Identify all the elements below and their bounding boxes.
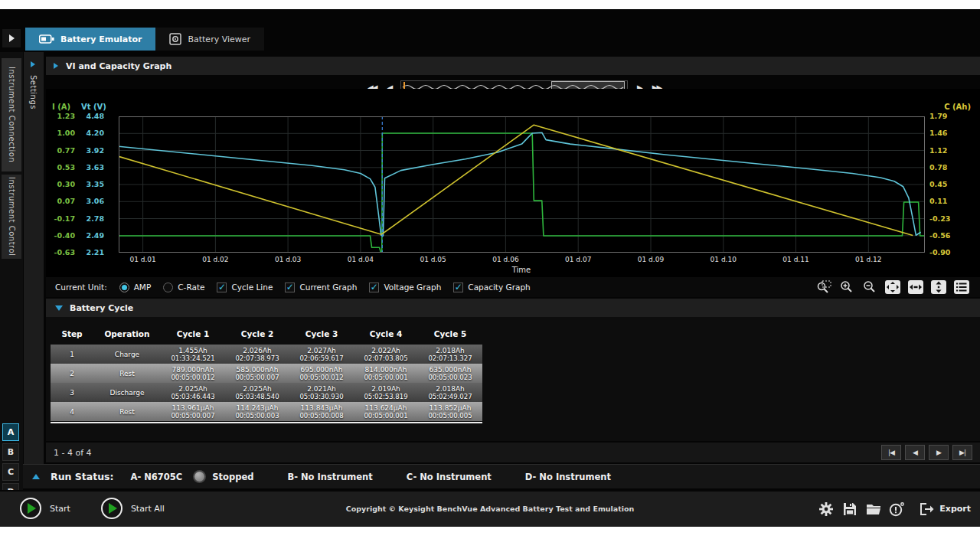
cycle-amount: 113.852µAh — [418, 404, 482, 412]
cell-cycle-value: 2.021Ah05:03:30.930 — [289, 385, 354, 400]
checkbox-label: Current Graph — [299, 283, 357, 292]
expand-arrow-icon — [9, 34, 15, 42]
chart-toolbar — [815, 279, 971, 295]
open-folder-icon[interactable] — [865, 501, 881, 517]
checkmark-icon: ✓ — [453, 283, 463, 292]
table-row[interactable]: 4Rest113.961µAh00:05:00.007114.243µAh00:… — [51, 402, 482, 421]
checkbox-voltage-graph[interactable]: ✓Voltage Graph — [369, 283, 441, 292]
table-underline — [51, 422, 482, 423]
checkbox-capacity-graph[interactable]: ✓Capacity Graph — [453, 283, 530, 292]
pagination-buttons: |◀ ◀ ▶ ▶| — [881, 445, 972, 460]
channel-button-b[interactable]: B — [2, 443, 19, 461]
channel-button-a[interactable]: A — [2, 423, 19, 441]
cycle-amount: 695.000nAh — [289, 366, 354, 374]
cell-step: 2 — [51, 370, 93, 377]
legend-list-icon[interactable] — [952, 279, 971, 295]
cycle-amount: 2.018Ah — [418, 385, 482, 393]
battery-cycle-title: Battery Cycle — [70, 303, 133, 313]
x-tick-label: 01 d.04 — [348, 256, 374, 263]
cell-cycle-value: 585.000nAh00:05:00.007 — [225, 366, 289, 381]
cycle-duration: 00:05:00.001 — [354, 374, 418, 381]
table-row[interactable]: 1Charge1.455Ah01:33:24.5212.026Ah02:07:3… — [51, 345, 482, 364]
cycle-amount: 2.027Ah — [289, 347, 354, 354]
fit-all-icon[interactable] — [884, 279, 902, 295]
y-tick-label: 3.35 — [77, 180, 104, 188]
fit-horizontal-icon[interactable] — [906, 279, 925, 295]
cell-operation: Rest — [93, 370, 161, 377]
settings-gear-icon[interactable] — [818, 501, 834, 517]
cycle-duration: 00:05:00.003 — [225, 412, 289, 420]
copyright-text: Copyright © Keysight BenchVue Advanced B… — [346, 505, 635, 513]
graph-section-header[interactable]: VI and Capacity Graph — [46, 57, 980, 75]
zoom-out-icon[interactable] — [861, 279, 879, 295]
cell-cycle-value: 814.000nAh00:05:00.001 — [354, 366, 418, 381]
chart-plot-area[interactable] — [119, 116, 925, 253]
checkbox-current-graph[interactable]: ✓Current Graph — [285, 283, 357, 292]
info-icon[interactable] — [889, 501, 905, 517]
checkbox-cycle-line[interactable]: ✓Cycle Line — [217, 283, 273, 292]
cycle-duration: 00:05:00.005 — [418, 412, 482, 420]
app-window: Battery Emulator Battery Viewer Instrume… — [0, 9, 980, 527]
save-icon[interactable] — [841, 501, 858, 517]
table-row[interactable]: 2Rest789.000nAh00:05:00.012585.000nAh00:… — [51, 364, 482, 383]
settings-panel-tab[interactable]: Settings — [24, 52, 44, 472]
cycle-duration: 00:05:00.008 — [289, 412, 354, 420]
pagination-text: 1 - 4 of 4 — [54, 448, 92, 458]
cell-cycle-value: 2.022Ah02:07:03.805 — [354, 347, 418, 362]
footer-icons: Export — [818, 501, 971, 517]
checkbox-label: Voltage Graph — [384, 283, 441, 292]
radio-c-rate[interactable]: C-Rate — [163, 283, 204, 292]
export-button[interactable]: Export — [919, 501, 971, 517]
table-row[interactable]: 3Discharge2.025Ah05:03:46.4432.025Ah05:0… — [51, 383, 482, 402]
graph-layer-checkboxes: ✓Cycle Line✓Current Graph✓Voltage Graph✓… — [217, 283, 530, 292]
y-tick-label: 3.06 — [77, 197, 104, 205]
zoom-in-icon[interactable] — [838, 279, 856, 295]
export-icon — [919, 501, 936, 517]
sidebar-expand-button[interactable] — [2, 29, 21, 47]
channel-b-instrument: B- No Instrument — [287, 472, 372, 482]
radio-circle-icon — [119, 283, 129, 292]
y-tick-label: 0.45 — [929, 180, 965, 188]
run-status-label: Run Status: — [51, 471, 114, 482]
start-all-button[interactable] — [101, 498, 122, 519]
checkbox-label: Capacity Graph — [468, 283, 530, 292]
x-tick-label: 01 d.01 — [129, 256, 155, 263]
cycle-amount: 114.243µAh — [225, 404, 289, 412]
page-next-button[interactable]: ▶ — [929, 445, 949, 460]
page-first-button[interactable]: |◀ — [881, 445, 901, 460]
collapse-arrow-icon — [54, 63, 58, 69]
sidebar-tab-instrument-connection[interactable]: Instrument Connection — [2, 58, 21, 171]
x-tick-label: 01 d.03 — [275, 256, 301, 263]
collapse-up-icon[interactable] — [32, 474, 40, 479]
cell-step: 1 — [51, 351, 93, 358]
cell-step: 3 — [51, 389, 93, 397]
channel-button-c[interactable]: C — [2, 463, 19, 481]
column-header: Step — [51, 329, 93, 338]
page-last-button[interactable]: ▶| — [952, 445, 972, 460]
checkmark-icon: ✓ — [369, 283, 379, 292]
cycle-duration: 02:07:13.327 — [418, 354, 482, 362]
radio-amp[interactable]: AMP — [119, 283, 152, 292]
tab-battery-viewer[interactable]: Battery Viewer — [155, 28, 264, 51]
tab-battery-emulator[interactable]: Battery Emulator — [25, 28, 155, 51]
x-axis-title: Time — [512, 266, 531, 274]
cycle-amount: 2.022Ah — [354, 347, 418, 354]
battery-cycle-section-header[interactable]: Battery Cycle — [46, 299, 980, 317]
start-button[interactable] — [20, 498, 41, 519]
column-header: Cycle 2 — [225, 329, 289, 338]
start-label: Start — [50, 504, 70, 514]
box-zoom-icon[interactable] — [815, 279, 833, 295]
page-prev-button[interactable]: ◀ — [905, 445, 925, 460]
y-tick-label: 2.49 — [77, 231, 104, 240]
fit-vertical-icon[interactable] — [929, 279, 948, 295]
column-header: Operation — [93, 329, 161, 338]
y-tick-label: 3.92 — [77, 146, 104, 155]
battery-cycle-table: StepOperationCycle 1Cycle 2Cycle 3Cycle … — [46, 317, 980, 441]
channel-c-instrument: C- No Instrument — [407, 472, 492, 482]
y-tick-label: 4.48 — [77, 112, 104, 120]
cycle-amount: 2.025Ah — [161, 385, 225, 393]
bottom-action-bar: Start Start All Copyright © Keysight Ben… — [0, 490, 980, 527]
sidebar-tab-instrument-control[interactable]: Instrument Control — [2, 175, 21, 259]
x-tick-label: 01 d.05 — [420, 256, 446, 263]
start-all-label: Start All — [131, 504, 165, 514]
